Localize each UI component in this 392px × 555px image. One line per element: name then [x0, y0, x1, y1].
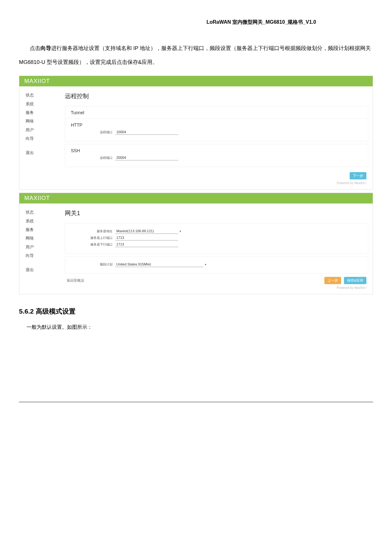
body-text: 一般为默认设置。如图所示： [19, 322, 373, 332]
brand-x: X [34, 78, 38, 84]
brand-x: X [34, 195, 38, 201]
server-addr-select[interactable]: Maxiiot(113.106.88.121) [115, 228, 178, 234]
uplink-port-input[interactable]: 1713 [115, 235, 178, 240]
sidebar-item-status[interactable]: 状态 [26, 91, 60, 99]
intro-post: 进行服务器地址设置（支持域名和 IP 地址），服务器上下行端口，频段设置（服务器… [19, 45, 371, 65]
sidebar: 状态 系统 服务 网络 用户 向导 退出 [19, 86, 60, 189]
intro-paragraph: 点击向导进行服务器地址设置（支持域名和 IP 地址），服务器上下行端口，频段设置… [19, 41, 373, 69]
screenshot-remote-control: MAXIIOT 状态 系统 服务 网络 用户 向导 退出 远程控制 Tunnel… [19, 76, 373, 190]
sidebar-item-user[interactable]: 用户 [26, 243, 60, 251]
brand-suf: IIOT [38, 78, 50, 84]
sidebar: 状态 系统 服务 网络 用户 向导 退出 [19, 203, 60, 294]
sidebar-item-logout[interactable]: 退出 [26, 265, 60, 274]
http-port-label: 远程端口 [71, 130, 115, 134]
powered-by: Powered by MaxIIot / [64, 181, 370, 186]
powered-by: Powered by MaxIIot / [64, 286, 370, 291]
sidebar-item-network[interactable]: 网络 [26, 234, 60, 242]
sidebar-item-wizard[interactable]: 向导 [26, 134, 60, 143]
freq-plan-select[interactable]: United States 915MHz [115, 262, 204, 267]
ssh-port-input[interactable]: 20004 [115, 155, 178, 160]
chevron-down-icon: ▾ [178, 230, 182, 233]
sidebar-item-services[interactable]: 服务 [26, 108, 60, 117]
intro-bold: 向导 [40, 45, 51, 51]
sidebar-item-wizard[interactable]: 向导 [26, 251, 60, 260]
screenshot-gateway-1: MAXIIOT 状态 系统 服务 网络 用户 向导 退出 网关1 服务器地址 M… [19, 193, 373, 294]
intro-pre: 点击 [30, 45, 40, 51]
brand-pref: MA [24, 78, 34, 84]
footer-rule [19, 402, 373, 402]
page-title: 远程控制 [65, 92, 370, 100]
freq-plan-label: 频段计划 [71, 262, 115, 267]
downlink-port-input[interactable]: 1713 [115, 242, 178, 247]
brand-bar: MAXIIOT [19, 193, 373, 203]
brand-pref: MA [24, 195, 34, 201]
downlink-port-label: 服务器下行端口 [71, 242, 115, 247]
prev-button[interactable]: 上一步 [324, 277, 341, 284]
brand-suf: IIOT [38, 195, 50, 201]
page-title: 网关1 [65, 209, 370, 217]
sidebar-item-services[interactable]: 服务 [26, 225, 60, 234]
server-addr-label: 服务器地址 [71, 229, 115, 234]
section-http: HTTP [71, 122, 362, 128]
ssh-port-label: 远程端口 [71, 156, 115, 160]
back-to-overview-link[interactable]: 返回至概况 [67, 278, 84, 283]
section-heading-5-6-2: 5.6.2 高级模式设置 [19, 307, 373, 316]
sidebar-item-logout[interactable]: 退出 [26, 148, 60, 157]
document-header: LoRaWAN 室内微型网关_MG6810_规格书_V1.0 [19, 19, 373, 26]
brand-bar: MAXIIOT [19, 76, 373, 86]
chevron-down-icon: ▾ [204, 263, 207, 266]
sidebar-item-user[interactable]: 用户 [26, 126, 60, 134]
uplink-port-label: 服务器上行端口 [71, 236, 115, 240]
save-apply-button[interactable]: 保存&应用 [344, 277, 366, 284]
next-button[interactable]: 下一步 [350, 172, 366, 179]
sidebar-item-system[interactable]: 系统 [26, 217, 60, 225]
section-ssh: SSH [71, 148, 362, 153]
sidebar-item-network[interactable]: 网络 [26, 117, 60, 125]
sidebar-item-system[interactable]: 系统 [26, 100, 60, 108]
sidebar-item-status[interactable]: 状态 [26, 208, 60, 216]
section-tunnel: Tunnel [71, 110, 362, 115]
http-port-input[interactable]: 10004 [115, 129, 178, 135]
